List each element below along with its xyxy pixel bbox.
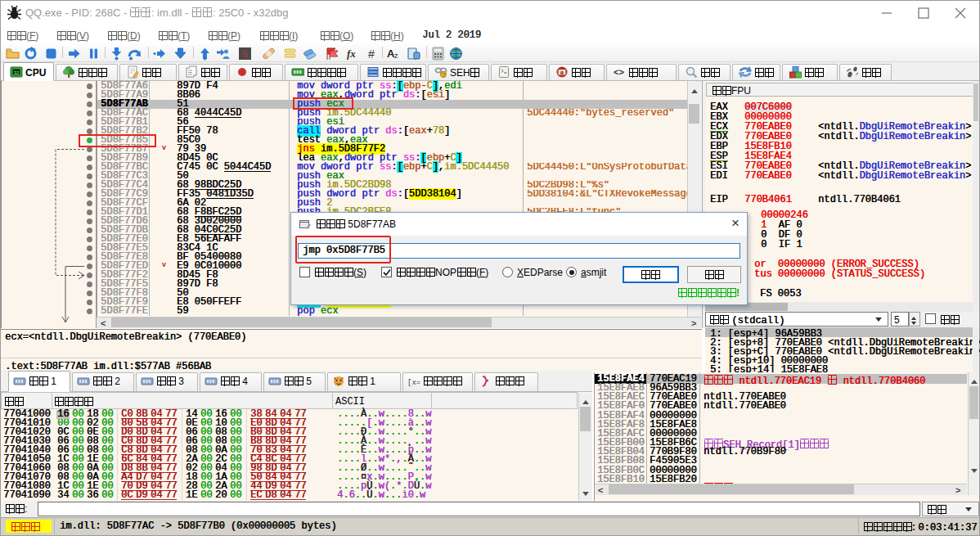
svg-text:a: a [560,70,564,75]
svg-text:32: 32 [14,70,20,75]
svg-text:[x=]: [x=] [407,379,420,387]
svg-text:S: S [242,48,248,60]
svg-text:#: # [368,47,375,61]
svg-text:z: z [394,52,398,60]
svg-text:<>: <> [614,67,624,77]
svg-text:?: ? [442,72,445,78]
svg-text:fx: fx [347,47,356,60]
